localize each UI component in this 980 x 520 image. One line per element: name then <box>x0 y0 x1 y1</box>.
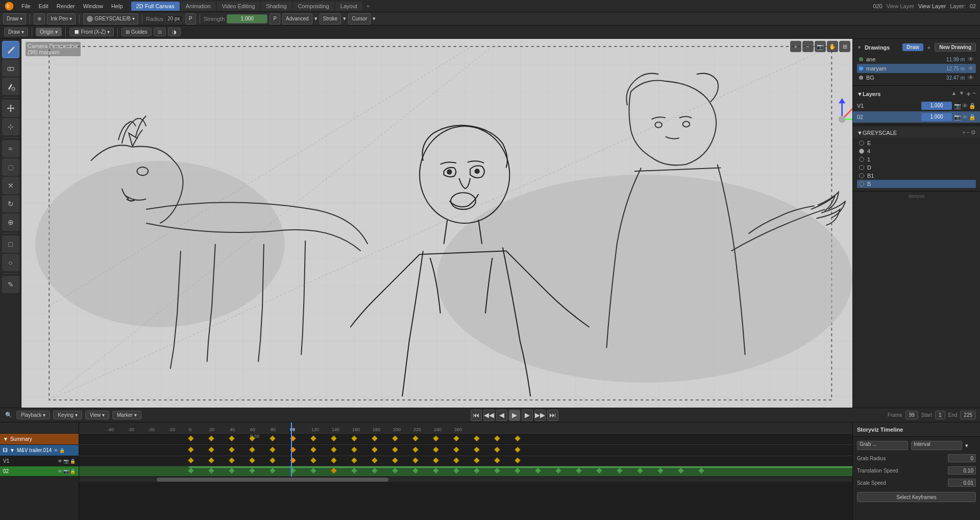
drawings-header[interactable]: ▼ Drawings Draw + New Drawing <box>853 41 980 54</box>
menu-window[interactable]: Window <box>79 2 107 10</box>
material-item-b1[interactable]: B1 <box>857 172 976 180</box>
kf-02-24[interactable] <box>698 467 704 473</box>
kf-summary-14[interactable] <box>494 435 500 441</box>
sculpt-push-btn[interactable]: ⤧ <box>2 177 19 194</box>
material-item-e[interactable]: E <box>857 139 976 147</box>
timeline-scrollbar-thumb[interactable] <box>157 478 389 482</box>
kf-file-12[interactable] <box>453 446 459 452</box>
radius-pressure-btn[interactable]: P <box>185 13 196 25</box>
play-btn[interactable]: ▶ <box>509 410 520 421</box>
kf-02-16[interactable] <box>535 467 541 473</box>
layers-up-btn[interactable]: ▲ <box>951 90 957 98</box>
kf-summary-4[interactable] <box>270 435 275 441</box>
kf-02-15[interactable] <box>514 467 520 473</box>
timeline-search-btn[interactable]: 🔍 <box>4 411 13 420</box>
layer-camera-02[interactable]: 📷 <box>954 114 961 121</box>
kf-02-12[interactable] <box>453 467 459 473</box>
kf-file-5[interactable] <box>310 446 316 452</box>
menu-edit[interactable]: Edit <box>35 2 53 10</box>
sculpt-pinch-btn[interactable]: ⊕ <box>2 214 19 231</box>
kf-v1-99[interactable] <box>290 457 296 463</box>
kf-summary-15[interactable] <box>514 435 520 441</box>
zoom-in-btn[interactable]: + <box>790 41 801 52</box>
kf-02-13[interactable] <box>474 467 479 473</box>
material-add-btn[interactable]: + <box>962 129 965 136</box>
stroke-btn[interactable]: Stroke <box>320 13 341 25</box>
kf-02-7[interactable] <box>351 467 357 473</box>
keying-dropdown[interactable]: Keying ▾ <box>53 411 82 419</box>
cursor-btn[interactable]: Cursor <box>348 13 371 25</box>
kf-02-140[interactable] <box>331 467 336 473</box>
kf-file-0[interactable] <box>188 446 193 452</box>
kf-summary-99[interactable] <box>290 435 296 441</box>
kf-v1-15[interactable] <box>514 457 520 463</box>
kf-summary-5[interactable] <box>310 435 316 441</box>
kf-02-17[interactable] <box>555 467 561 473</box>
end-frame-value[interactable]: 225 <box>960 411 976 419</box>
layers-remove-btn[interactable]: − <box>973 90 976 98</box>
kf-v1-4[interactable] <box>270 457 275 463</box>
kf-02-21[interactable] <box>637 467 643 473</box>
kf-file-15[interactable] <box>514 446 520 452</box>
kf-file-2[interactable] <box>229 446 234 452</box>
drawing-item-bg[interactable]: BG 32.47 m 👁 <box>857 73 976 82</box>
menu-file[interactable]: File <box>17 2 35 10</box>
radius-input[interactable] <box>165 15 183 22</box>
timeline-scrollbar[interactable] <box>79 477 852 482</box>
kf-02-20[interactable] <box>617 467 622 473</box>
layers-add-btn[interactable]: + <box>966 90 970 98</box>
file-label-row[interactable]: 🎞 ▼ M&V trailer.014 👁 🔒 <box>0 445 79 456</box>
sv-select-keyframes-btn[interactable]: Select Keyframes <box>857 492 976 502</box>
playback-dropdown[interactable]: Playback ▾ <box>16 411 50 419</box>
kf-file-7[interactable] <box>351 446 357 452</box>
view-angle-dropdown[interactable]: 🔲 Front (X-Z) ▾ <box>69 28 114 36</box>
camera-btn[interactable]: 📷 <box>815 41 826 52</box>
kf-file-11[interactable] <box>433 446 438 452</box>
origin-dropdown[interactable]: Origin ▾ <box>36 28 61 36</box>
box-select-btn[interactable]: □ <box>2 235 19 253</box>
next-keyframe-btn[interactable]: ▶▶ <box>534 410 546 421</box>
mode-dropdown[interactable]: Draw ▾ <box>3 13 26 25</box>
kf-summary-13[interactable] <box>474 435 479 441</box>
kf-summary-10[interactable] <box>412 435 418 441</box>
sv-translation-speed-value[interactable]: 0.10 <box>948 466 976 475</box>
cursor-tool-btn[interactable]: ⊹ <box>2 118 19 135</box>
kf-02-18[interactable] <box>576 467 581 473</box>
kf-summary-0[interactable] <box>188 435 193 441</box>
drawing-item-maryam[interactable]: maryam 12.75 m 👁 <box>857 64 976 73</box>
material-header[interactable]: ▼ GREYSCALE + − ⚙ <box>853 127 980 138</box>
overlay-btn[interactable]: ⊙ <box>154 28 166 36</box>
current-frame-value[interactable]: 99 <box>905 411 918 419</box>
kf-02-19[interactable] <box>596 467 602 473</box>
menu-help[interactable]: Help <box>107 2 127 10</box>
v1-lock-icon[interactable]: 🔒 <box>70 459 76 464</box>
layers-down-btn[interactable]: ▼ <box>959 90 964 98</box>
layer02-track[interactable] <box>79 466 852 477</box>
viewport-shading-btn[interactable]: ◑ <box>168 28 181 36</box>
sv-grab-radius-value[interactable]: 0 <box>948 454 976 462</box>
v1-track[interactable] <box>79 456 852 466</box>
annotate-btn[interactable]: ✎ <box>2 276 19 293</box>
tab-2d-full-canvas[interactable]: 2D Full Canvas <box>131 2 180 11</box>
kf-v1-10[interactable] <box>412 457 418 463</box>
kf-summary-8[interactable] <box>372 435 377 441</box>
kf-v1-2[interactable] <box>229 457 234 463</box>
v1-label-row[interactable]: V1 👁 📷 🔒 <box>0 456 79 466</box>
kf-02-99[interactable] <box>290 467 296 473</box>
sculpt-twist-btn[interactable]: ↻ <box>2 195 19 212</box>
layer-eye-v1[interactable]: 👁 <box>962 103 968 109</box>
add-drawing-btn[interactable]: + <box>925 43 933 52</box>
layer02-eye-icon[interactable]: 👁 <box>58 469 62 474</box>
layer02-lock-icon[interactable]: 🔒 <box>70 469 76 474</box>
kf-02-2[interactable] <box>229 467 234 473</box>
sv-grab-dropdown[interactable]: Grab ... <box>857 441 908 450</box>
kf-summary-7[interactable] <box>351 435 357 441</box>
kf-file-10[interactable] <box>412 446 418 452</box>
kf-02-3[interactable] <box>249 467 255 473</box>
kf-summary-11[interactable] <box>433 435 438 441</box>
marker-dropdown[interactable]: Marker ▾ <box>112 411 141 419</box>
kf-02-4[interactable] <box>270 467 275 473</box>
kf-v1-3[interactable] <box>249 457 255 463</box>
layer-opacity-v1[interactable]: 1.000 <box>921 102 952 110</box>
go-to-start-btn[interactable]: ⏮ <box>471 410 482 421</box>
